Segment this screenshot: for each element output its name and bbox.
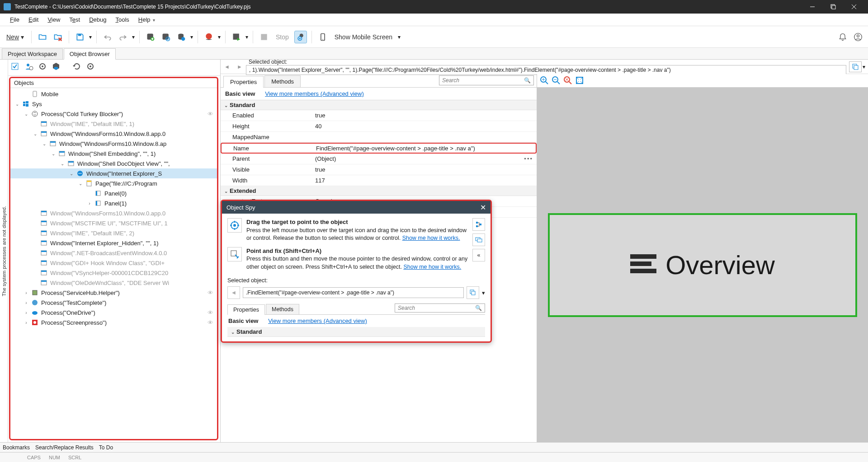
- record-dropdown[interactable]: ▾: [218, 34, 221, 40]
- selected-object-path[interactable]: , 1).Window("Internet Explorer_Server", …: [246, 65, 846, 75]
- cube-eye-button[interactable]: [52, 62, 63, 74]
- property-ellipsis[interactable]: •••: [524, 155, 533, 162]
- menu-help[interactable]: Help ▾: [134, 14, 160, 25]
- open-button[interactable]: [36, 31, 49, 43]
- tree-row[interactable]: Window("WindowsForms10.Window.0.app.0: [10, 208, 217, 218]
- run-dropdown[interactable]: ▾: [245, 34, 248, 40]
- spy-close-button[interactable]: ✕: [480, 203, 486, 212]
- spy-copy-dropdown[interactable]: ▾: [482, 289, 485, 296]
- spy-search[interactable]: Search🔍: [395, 303, 485, 313]
- copy-path-button[interactable]: [849, 61, 862, 72]
- tree-expander[interactable]: ⌄: [68, 171, 75, 176]
- object-spy-button[interactable]: [294, 31, 307, 43]
- tree-expander[interactable]: ›: [23, 300, 29, 305]
- record-button[interactable]: [203, 31, 215, 43]
- tree-row[interactable]: ›Process("TestComplete"): [10, 298, 217, 308]
- group-standard[interactable]: ⌄Standard: [221, 100, 537, 110]
- save-button[interactable]: [74, 31, 86, 43]
- properties-search[interactable]: Search🔍: [439, 75, 534, 85]
- tree-expander[interactable]: ›: [23, 310, 29, 315]
- spy-collapse-button[interactable]: «: [472, 249, 485, 261]
- tree-row[interactable]: ⌄Window("WindowsForms10.Window.8.ap: [10, 139, 217, 149]
- tree-row[interactable]: ⌄Process("Cold Turkey Blocker")👁: [10, 109, 217, 119]
- spy-tab-methods[interactable]: Methods: [266, 304, 299, 314]
- tree-expander[interactable]: ⌄: [32, 131, 38, 136]
- property-row[interactable]: Enabledtrue: [221, 110, 537, 121]
- object-tree[interactable]: Mobile⌄Sys⌄Process("Cold Turkey Blocker"…: [10, 88, 217, 439]
- gear-button[interactable]: [38, 62, 50, 74]
- tree-row[interactable]: ⌄Sys: [10, 99, 217, 109]
- tab-search-replace[interactable]: Search/Replace Results: [35, 444, 94, 451]
- property-row[interactable]: NameFindElement("#page-overview-content …: [221, 143, 537, 154]
- tree-row[interactable]: ⌄Window("Internet Explorer_S: [10, 168, 217, 178]
- undo-button[interactable]: [101, 31, 114, 43]
- menu-view[interactable]: View: [43, 14, 65, 25]
- menu-debug[interactable]: Debug: [85, 14, 111, 25]
- tree-row[interactable]: Window("MSCTFIME UI", "MSCTFIME UI", 1: [10, 218, 217, 228]
- spy-screens-button[interactable]: [472, 233, 485, 246]
- tab-object-browser[interactable]: Object Browser: [64, 48, 116, 60]
- save-dropdown[interactable]: ▾: [89, 34, 92, 40]
- tree-row[interactable]: Window(".NET-BroadcastEventWindow.4.0.0: [10, 248, 217, 258]
- highlight-button[interactable]: [160, 31, 172, 43]
- menu-test[interactable]: Test: [65, 14, 85, 25]
- fit-screen-button[interactable]: [575, 76, 585, 86]
- stop-button[interactable]: [258, 31, 270, 43]
- tree-row[interactable]: Window("OleDdeWndClass", "DDE Server Wi: [10, 278, 217, 288]
- tree-row[interactable]: ⌄Page("file:///C:/Program: [10, 178, 217, 188]
- new-button[interactable]: New ▾: [4, 33, 27, 41]
- zoom-reset-button[interactable]: [563, 76, 573, 86]
- history-back-button[interactable]: ◄: [222, 61, 232, 72]
- tree-expander[interactable]: ›: [86, 201, 93, 206]
- tab-project-workspace[interactable]: Project Workspace: [2, 48, 63, 59]
- spy-point-link[interactable]: Show me how it works.: [403, 264, 461, 270]
- history-forward-button[interactable]: ►: [234, 61, 245, 72]
- menu-file[interactable]: File: [5, 14, 24, 25]
- add-app-button[interactable]: [144, 31, 157, 43]
- tree-row[interactable]: Window("IME", "Default IME", 2): [10, 228, 217, 238]
- menu-edit[interactable]: Edit: [24, 14, 43, 25]
- minimize-button[interactable]: [802, 0, 823, 14]
- close-project-button[interactable]: [52, 31, 64, 43]
- zoom-in-button[interactable]: [540, 76, 550, 86]
- tree-expander[interactable]: ⌄: [14, 102, 20, 107]
- tree-row[interactable]: Window("GDI+ Hook Window Class", "GDI+: [10, 258, 217, 268]
- spy-back-button[interactable]: ◄: [227, 286, 240, 299]
- mobile-label[interactable]: Show Mobile Screen: [332, 33, 395, 41]
- copy-dropdown[interactable]: ▾: [863, 64, 865, 70]
- spy-drag-link[interactable]: Show me how it works.: [402, 235, 460, 241]
- spy-advanced-link[interactable]: View more members (Advanced view): [268, 317, 367, 324]
- notifications-button[interactable]: [836, 31, 849, 43]
- refresh-button[interactable]: [72, 62, 84, 74]
- tree-row[interactable]: ›Process("ServiceHub.Helper")👁: [10, 288, 217, 298]
- zoom-out-button[interactable]: [552, 76, 561, 86]
- tab-methods[interactable]: Methods: [264, 75, 301, 87]
- tree-expander[interactable]: ⌄: [77, 181, 84, 186]
- advanced-view-link[interactable]: View more members (Advanced view): [265, 90, 364, 97]
- spy-copy-button[interactable]: [467, 286, 479, 299]
- tree-row[interactable]: Window("VSyncHelper-000001CDCB129C20: [10, 268, 217, 278]
- spy-tab-properties[interactable]: Properties: [227, 304, 265, 315]
- tree-row[interactable]: ›Process("OneDrive")👁: [10, 308, 217, 317]
- user-button[interactable]: [852, 31, 864, 43]
- spy-tree-button[interactable]: [472, 218, 485, 231]
- tree-row[interactable]: ⌄Window("Shell DocObject View", "",: [10, 159, 217, 168]
- tree-expander[interactable]: ⌄: [50, 151, 57, 156]
- db-settings-button[interactable]: [175, 31, 188, 43]
- property-row[interactable]: Visibletrue: [221, 164, 537, 175]
- redo-button[interactable]: [117, 31, 129, 43]
- checklist-button[interactable]: [11, 62, 23, 74]
- tab-bookmarks[interactable]: Bookmarks: [3, 444, 30, 451]
- tree-row[interactable]: Mobile: [10, 89, 217, 99]
- db-dropdown[interactable]: ▾: [190, 34, 193, 40]
- menu-tools[interactable]: Tools: [111, 14, 134, 25]
- property-row[interactable]: Height40: [221, 121, 537, 132]
- tree-row[interactable]: ⌄Window("WindowsForms10.Window.8.app.0: [10, 129, 217, 139]
- spy-selected-path[interactable]: .FindElement("#page-overview-content > .…: [243, 287, 464, 298]
- property-row[interactable]: MappedName: [221, 132, 537, 143]
- spy-group-standard[interactable]: ⌄Standard: [227, 327, 485, 337]
- person-gear-button[interactable]: [24, 62, 36, 74]
- tree-expander[interactable]: ›: [23, 290, 29, 295]
- drag-target-icon[interactable]: [227, 218, 242, 233]
- gear2-button[interactable]: [86, 62, 98, 74]
